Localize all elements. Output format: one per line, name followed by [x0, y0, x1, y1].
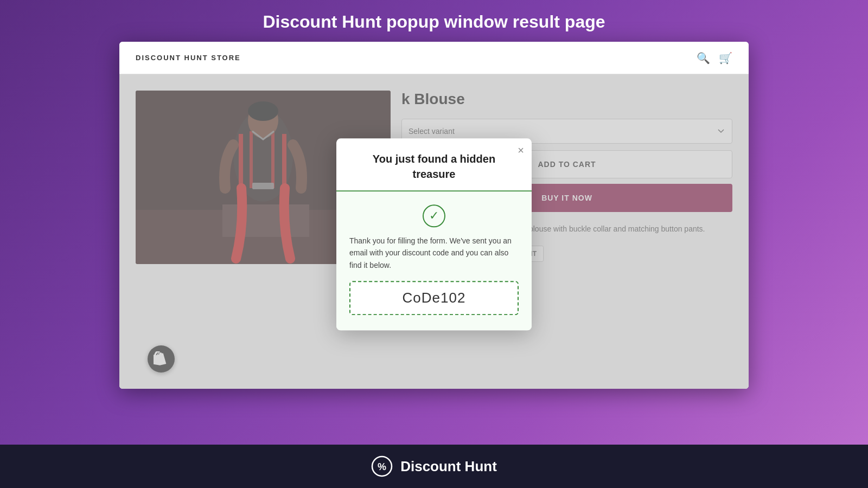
header-icons: 🔍 🛒: [697, 52, 732, 65]
modal-close-button[interactable]: ×: [518, 145, 524, 156]
modal-check-area: ✓: [349, 204, 519, 227]
page-title-bar: Discount Hunt popup window result page: [0, 0, 868, 42]
store-header: DISCOUNT HUNT STORE 🔍 🛒: [119, 42, 749, 74]
search-icon[interactable]: 🔍: [697, 52, 710, 65]
modal-body: ✓ Thank you for filling the form. We've …: [336, 191, 532, 330]
modal-title: You just found a hidden treasure: [353, 151, 515, 182]
page-footer: % Discount Hunt: [0, 445, 868, 488]
modal-header: You just found a hidden treasure: [336, 138, 532, 191]
store-window: DISCOUNT HUNT STORE 🔍 🛒: [119, 42, 749, 389]
footer-discount-icon: %: [371, 455, 393, 477]
cart-icon[interactable]: 🛒: [719, 52, 732, 65]
coupon-code: CoDe102: [403, 290, 466, 306]
checkmark-symbol: ✓: [429, 209, 439, 223]
footer-brand-name: Discount Hunt: [400, 458, 497, 475]
modal-message: Thank you for filling the form. We've se…: [349, 235, 519, 271]
coupon-code-box: CoDe102: [349, 281, 519, 316]
svg-text:%: %: [378, 461, 386, 472]
page-title: Discount Hunt popup window result page: [0, 12, 868, 32]
discount-modal: × You just found a hidden treasure ✓ Tha…: [336, 138, 532, 330]
store-logo: DISCOUNT HUNT STORE: [136, 54, 241, 62]
discount-tag-icon: %: [371, 455, 393, 477]
success-check-icon: ✓: [423, 204, 445, 227]
